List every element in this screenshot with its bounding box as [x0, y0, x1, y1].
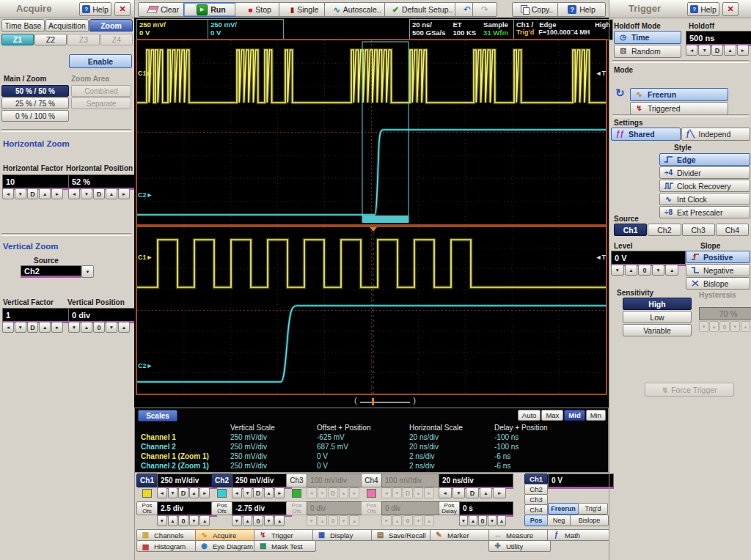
timebase-scale-value[interactable]: 20 ns/div [439, 474, 513, 489]
channel-scale-ch1[interactable]: 250 mV/div [157, 474, 217, 489]
quick-trigger-mode-trig-d[interactable]: Trig'd [578, 503, 608, 515]
zoom-select-z2[interactable]: Z2 [34, 34, 67, 45]
spinner-button[interactable]: ▲ [106, 188, 117, 199]
horizontal-factor-spinner[interactable]: ◄▼D▲► [2, 188, 63, 199]
style-clock-recovery[interactable]: Clock Recovery [659, 180, 750, 192]
vertical-factor-spinner[interactable]: ◄▼D▲► [2, 322, 63, 333]
default-setup-button[interactable]: ✔Default Setup.. [384, 2, 461, 17]
sensitivity-high[interactable]: High [623, 298, 692, 310]
spinner-button[interactable]: ► [51, 188, 63, 199]
settings-shared[interactable]: ƒƒShared [611, 128, 681, 141]
channel-position-ch2[interactable]: -2.75 div [232, 501, 292, 517]
vertical-factor-value[interactable]: 1 [2, 308, 70, 323]
autoscale-button[interactable]: ∿Autoscale.. [324, 2, 390, 17]
spinner-button[interactable]: 0 [638, 265, 651, 276]
ch1-readout[interactable]: 250 mV/ 0 V [136, 19, 213, 40]
quick-trigger-source-ch3[interactable]: Ch3 [524, 494, 548, 505]
horizontal-position-value[interactable]: 52 % [68, 174, 137, 190]
toolbar-help-button[interactable]: ?Help [557, 2, 606, 17]
spinner-button[interactable]: ▲ [243, 515, 253, 526]
ch2-readout[interactable]: 250 mV/ 0 V [208, 19, 284, 40]
menu-mask-test[interactable]: ▩Mask Test [254, 540, 316, 552]
style-ext-prescaler[interactable]: ÷8Ext Prescaler [659, 206, 750, 218]
spinner-button[interactable]: ► [199, 487, 210, 498]
trigger-level-spinner[interactable]: ▼▲0▼▲ [611, 265, 678, 276]
trigger-mode-triggered[interactable]: ↯Triggered [630, 102, 728, 115]
spinner-button[interactable]: ▼ [81, 188, 92, 199]
spinner-button[interactable]: ▲ [81, 322, 92, 333]
quick-trigger-mode-freerun[interactable]: Freerun [548, 503, 579, 515]
spinner-button[interactable]: ▲ [118, 322, 130, 333]
main-zoom-option-0-100[interactable]: 0 % / 100 % [1, 110, 69, 122]
channel-scale-ch2[interactable]: 250 mV/div [232, 474, 292, 489]
main-zoom-option-25-75[interactable]: 25 % / 75 % [1, 97, 69, 109]
timebase-delay-value[interactable]: 0 s [459, 501, 513, 517]
trigger-source-ch1[interactable]: Ch1 [614, 224, 647, 236]
quick-trigger-source-ch4[interactable]: Ch4 [524, 504, 548, 515]
spinner-button[interactable]: ▲ [168, 515, 178, 526]
trigger-source-ch2[interactable]: Ch2 [648, 224, 681, 236]
quick-trigger-slope-bislope[interactable]: Bislope [570, 515, 609, 526]
spinner-button[interactable]: ► [737, 45, 749, 56]
quick-trigger-level[interactable]: 0 V [548, 474, 614, 489]
spinner-button[interactable]: ▼ [453, 487, 466, 498]
indicator-track[interactable] [360, 402, 410, 403]
menu-histogram[interactable]: ▅Histogram [136, 540, 199, 552]
sensitivity-variable[interactable]: Variable [623, 324, 692, 336]
trigger-source-ch3[interactable]: Ch3 [682, 224, 715, 236]
channel-position-ch4[interactable]: 0 div [381, 501, 442, 515]
style-divider[interactable]: ÷4Divider [659, 166, 750, 179]
spinner-button[interactable]: ▲ [724, 45, 736, 56]
spinner-button[interactable]: ▼ [168, 487, 178, 498]
channel-scale-ch4[interactable]: 100 mV/div [381, 474, 442, 487]
holdoff-value[interactable]: 500 ns [686, 31, 751, 46]
spinner-button[interactable]: ▲ [264, 487, 274, 498]
menu-trigger[interactable]: ↯Trigger [254, 529, 316, 541]
spinner-button[interactable]: ► [493, 487, 506, 498]
spinner-button[interactable]: ▼ [611, 265, 624, 276]
menu-channels[interactable]: ▥Channels [136, 529, 199, 541]
scales-size-min[interactable]: Min [586, 410, 606, 421]
horizontal-factor-value[interactable]: 10 [2, 174, 70, 190]
quick-trigger-slope-pos[interactable]: Pos [524, 515, 548, 526]
spinner-button[interactable]: ▼ [243, 487, 253, 498]
spinner-button[interactable]: ▼ [68, 322, 80, 333]
menu-acquire[interactable]: ∿Acquire [195, 529, 257, 541]
vertical-position-value[interactable]: 0 div [68, 308, 137, 323]
spinner-button[interactable]: ▲ [480, 487, 493, 498]
spinner-button[interactable]: D [711, 45, 723, 56]
quick-trigger-slope-neg[interactable]: Neg [547, 515, 571, 526]
spinner-button[interactable]: ► [274, 487, 285, 498]
style-int-clock[interactable]: ∿Int Clock [659, 193, 750, 205]
spinner-button[interactable]: D [178, 487, 188, 498]
trigger-help-button[interactable]: ? Help [687, 2, 719, 16]
scales-size-mid[interactable]: Mid [564, 410, 585, 421]
spinner-button[interactable]: ▲ [39, 322, 51, 333]
spinner-button[interactable]: ▼ [459, 515, 468, 526]
channel-tab-ch4[interactable]: Ch4 [361, 474, 382, 487]
spinner-button[interactable]: D [27, 322, 39, 333]
spinner-button[interactable]: ◄ [232, 487, 242, 498]
channel-position-ch1[interactable]: 2.5 div [157, 501, 217, 517]
slope-negative[interactable]: Negative [686, 264, 750, 276]
acquire-help-button[interactable]: ? Help [79, 2, 111, 16]
channel-color-indicator-ch4[interactable] [367, 489, 376, 498]
copy-button[interactable]: Copy.. [512, 2, 562, 17]
quick-trigger-source-ch2[interactable]: Ch2 [524, 484, 548, 495]
spinner-button[interactable]: 0 [478, 515, 487, 526]
spinner-button[interactable]: D [93, 188, 105, 199]
stop-button[interactable]: ■Stop [235, 2, 285, 17]
force-trigger-button[interactable]: ↯ Force Trigger [645, 383, 734, 397]
spinner-button[interactable]: ▼ [488, 515, 497, 526]
menu-utility[interactable]: ✚Utility [488, 540, 551, 552]
run-button[interactable]: ▶Run [183, 2, 239, 17]
spinner-button[interactable]: ▼ [652, 265, 665, 276]
channel-color-indicator-ch1[interactable] [142, 489, 152, 498]
timebase-scale-spinner[interactable]: ◄▼D▲► [439, 487, 506, 498]
zoom-enable-button[interactable]: Enable [69, 54, 132, 68]
timebase-delay-spinner[interactable]: ▼▲0▼▲ [459, 515, 506, 526]
slope-positive[interactable]: Positive [686, 251, 750, 263]
menu-marker[interactable]: ✎Marker [430, 529, 492, 541]
acquire-close-button[interactable]: ✕ [114, 2, 131, 16]
spinner-button[interactable]: ▲ [199, 515, 210, 526]
